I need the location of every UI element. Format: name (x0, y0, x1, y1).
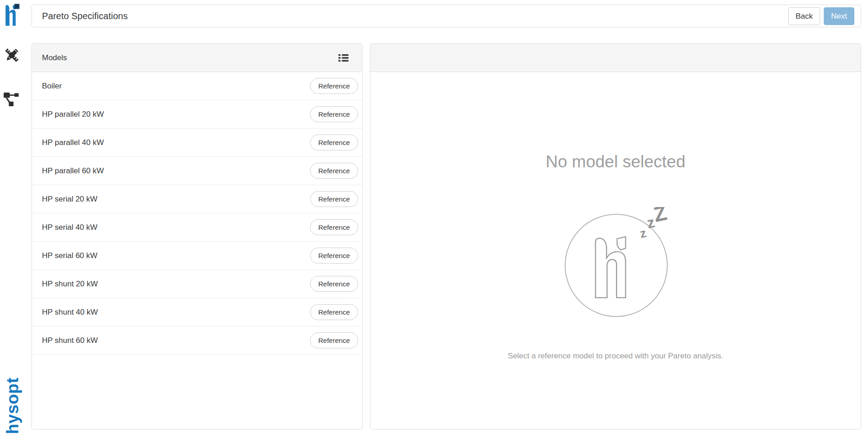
top-bar: Pareto Specifications Back Next (31, 5, 861, 27)
model-row[interactable]: HP parallel 40 kW Reference (32, 129, 362, 157)
model-row[interactable]: HP shunt 40 kW Reference (32, 298, 362, 326)
model-name: HP shunt 40 kW (42, 308, 98, 317)
models-list: Boiler Reference HP parallel 20 kW Refer… (32, 72, 362, 355)
list-view-icon[interactable] (338, 53, 348, 62)
reference-button[interactable]: Reference (310, 106, 358, 122)
model-row[interactable]: HP shunt 60 kW Reference (32, 326, 362, 355)
model-row[interactable]: HP serial 40 kW Reference (32, 213, 362, 242)
detail-panel-header (370, 44, 861, 72)
model-row[interactable]: HP serial 60 kW Reference (32, 242, 362, 270)
network-diagram-icon[interactable] (3, 92, 20, 107)
model-row[interactable]: HP parallel 20 kW Reference (32, 100, 362, 129)
model-row[interactable]: HP serial 20 kW Reference (32, 185, 362, 213)
model-name: Boiler (42, 82, 62, 91)
reference-button[interactable]: Reference (310, 248, 358, 264)
empty-state-hint: Select a reference model to proceed with… (370, 352, 861, 361)
model-row[interactable]: Boiler Reference (32, 72, 362, 100)
page-title: Pareto Specifications (32, 11, 128, 21)
model-row[interactable]: HP parallel 60 kW Reference (32, 157, 362, 185)
models-panel-header: Models (32, 44, 362, 72)
reference-button[interactable]: Reference (310, 304, 358, 320)
sidebar: hysopt (0, 0, 26, 435)
reference-button[interactable]: Reference (310, 276, 358, 292)
reference-button[interactable]: Reference (310, 332, 358, 348)
top-actions: Back Next (788, 7, 861, 25)
model-name: HP shunt 60 kW (42, 336, 98, 345)
reference-button[interactable]: Reference (310, 191, 358, 207)
content-panels: Models Boiler Reference HP parallel 20 k… (31, 43, 861, 430)
hysopt-logo-icon[interactable] (5, 4, 20, 26)
sleeping-logo-icon: z z Z (559, 207, 673, 321)
model-name: HP parallel 60 kW (42, 166, 104, 176)
empty-state: No model selected z z Z Select a referen… (370, 152, 861, 361)
reference-button[interactable]: Reference (310, 135, 358, 150)
detail-panel: No model selected z z Z Select a referen… (370, 43, 861, 430)
model-name: HP serial 20 kW (42, 195, 98, 204)
models-panel: Models Boiler Reference HP parallel 20 k… (31, 43, 363, 430)
next-button[interactable]: Next (824, 7, 854, 25)
reference-button[interactable]: Reference (310, 78, 358, 94)
models-panel-title: Models (42, 53, 67, 62)
hysopt-wordmark: hysopt (3, 378, 22, 434)
model-name: HP serial 40 kW (42, 223, 98, 232)
model-row[interactable]: HP shunt 20 kW Reference (32, 270, 362, 298)
pencil-ruler-icon[interactable] (4, 47, 20, 63)
reference-button[interactable]: Reference (310, 219, 358, 235)
model-name: HP serial 60 kW (42, 251, 98, 260)
back-button[interactable]: Back (788, 7, 820, 25)
model-name: HP parallel 20 kW (42, 110, 104, 119)
empty-state-title: No model selected (370, 152, 861, 171)
model-name: HP shunt 20 kW (42, 280, 98, 289)
model-name: HP parallel 40 kW (42, 138, 104, 147)
reference-button[interactable]: Reference (310, 163, 358, 179)
sleep-z-small: z (639, 226, 647, 241)
